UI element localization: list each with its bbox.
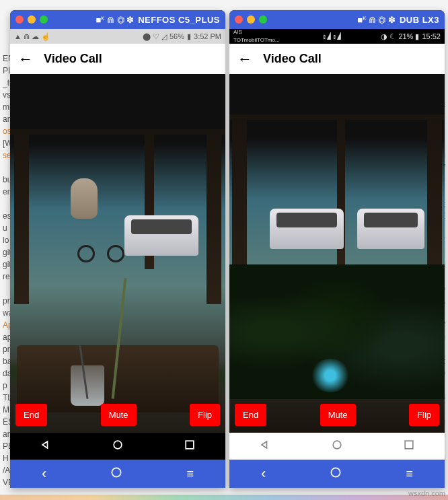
clock: 15:52 bbox=[422, 32, 441, 40]
svg-point-0 bbox=[114, 441, 122, 449]
toolbar-home-icon[interactable] bbox=[110, 466, 123, 482]
nav-back-icon[interactable] bbox=[258, 438, 272, 454]
svg-point-2 bbox=[112, 468, 121, 476]
phone-right: ■ᴷ ⋒ ⏣ ✽ DUB LX3 AIS TOTmobilTOTmo... ⫾◢… bbox=[229, 10, 445, 488]
end-call-button[interactable]: End bbox=[15, 404, 47, 426]
minimize-dot-icon[interactable] bbox=[247, 15, 255, 24]
svg-rect-1 bbox=[186, 441, 194, 449]
nav-recents-icon[interactable] bbox=[183, 438, 196, 454]
maximize-dot-icon[interactable] bbox=[259, 15, 267, 24]
carrier-label-2: TOTmobilTOTmo... bbox=[233, 38, 280, 43]
emulator-toolbar-icons: ■ᴷ ⋒ ⏣ ✽ bbox=[96, 15, 134, 25]
maximize-dot-icon[interactable] bbox=[40, 15, 48, 24]
nav-home-icon[interactable] bbox=[111, 438, 124, 454]
signal-icons: ⫾◢ ⫾◢ bbox=[323, 32, 341, 40]
flip-camera-button[interactable]: Flip bbox=[409, 404, 439, 426]
close-dot-icon[interactable] bbox=[235, 15, 243, 24]
status-signal-icons: ⬤ ♡ ◿ bbox=[143, 32, 167, 41]
android-nav-bar bbox=[229, 433, 445, 460]
video-feed[interactable]: End Mute Flip bbox=[10, 74, 225, 460]
android-nav-bar bbox=[10, 433, 225, 460]
flip-camera-button[interactable]: Flip bbox=[190, 404, 220, 426]
carrier-label: AIS bbox=[233, 30, 242, 35]
screen-title: Video Call bbox=[44, 52, 102, 66]
app-bar: ← Video Call bbox=[10, 44, 225, 74]
svg-point-5 bbox=[332, 468, 340, 476]
emulator-bottom-toolbar: ‹ ≡ bbox=[10, 460, 225, 488]
nav-recents-icon[interactable] bbox=[402, 438, 416, 454]
dock-strip bbox=[0, 495, 448, 500]
minimize-dot-icon[interactable] bbox=[28, 15, 36, 24]
video-feed[interactable]: End Mute Flip bbox=[229, 74, 445, 433]
status-right-icons: ◑ ☾ 21% ▮ bbox=[381, 32, 419, 41]
emulator-bottom-toolbar: ‹ ≡ bbox=[229, 460, 445, 488]
mute-button[interactable]: Mute bbox=[101, 404, 137, 426]
back-arrow-icon[interactable]: ← bbox=[18, 50, 33, 68]
toolbar-home-icon[interactable] bbox=[329, 466, 342, 482]
phone-left: ■ᴷ ⋒ ⏣ ✽ NEFFOS C5_PLUS ▲ ⋒ ☁ ☝ ⬤ ♡ ◿ 56… bbox=[10, 10, 225, 488]
android-status-bar: AIS TOTmobilTOTmo... ⫾◢ ⫾◢ ◑ ☾ 21% ▮ 15:… bbox=[229, 29, 445, 44]
mute-button[interactable]: Mute bbox=[320, 404, 356, 426]
app-bar: ← Video Call bbox=[229, 44, 445, 74]
status-notif-icons: ▲ ⋒ ☁ ☝ bbox=[14, 32, 50, 41]
battery-percent: 56% bbox=[170, 32, 184, 40]
screen-title: Video Call bbox=[263, 52, 322, 66]
close-dot-icon[interactable] bbox=[15, 15, 24, 24]
svg-point-3 bbox=[333, 441, 341, 449]
nav-home-icon[interactable] bbox=[330, 438, 344, 454]
android-status-bar: ▲ ⋒ ☁ ☝ ⬤ ♡ ◿ 56% ▮ 3:52 PM bbox=[10, 29, 225, 44]
toolbar-menu-icon[interactable]: ≡ bbox=[406, 467, 413, 481]
toolbar-menu-icon[interactable]: ≡ bbox=[186, 467, 194, 481]
back-arrow-icon[interactable]: ← bbox=[237, 50, 252, 68]
device-name: NEFFOS C5_PLUS bbox=[138, 15, 220, 25]
end-call-button[interactable]: End bbox=[235, 404, 266, 426]
phone-emulators: ■ᴷ ⋒ ⏣ ✽ NEFFOS C5_PLUS ▲ ⋒ ☁ ☝ ⬤ ♡ ◿ 56… bbox=[10, 10, 445, 488]
battery-icon: ▮ bbox=[187, 32, 191, 41]
nav-back-icon[interactable] bbox=[39, 438, 52, 454]
toolbar-back-icon[interactable]: ‹ bbox=[261, 465, 266, 483]
clock: 3:52 PM bbox=[194, 32, 221, 40]
toolbar-back-icon[interactable]: ‹ bbox=[42, 465, 46, 483]
emulator-window-chrome: ■ᴷ ⋒ ⏣ ✽ DUB LX3 bbox=[229, 10, 445, 29]
emulator-window-chrome: ■ᴷ ⋒ ⏣ ✽ NEFFOS C5_PLUS bbox=[10, 10, 225, 29]
emulator-toolbar-icons: ■ᴷ ⋒ ⏣ ✽ bbox=[357, 15, 396, 25]
svg-rect-4 bbox=[405, 441, 413, 449]
device-name: DUB LX3 bbox=[400, 15, 439, 25]
